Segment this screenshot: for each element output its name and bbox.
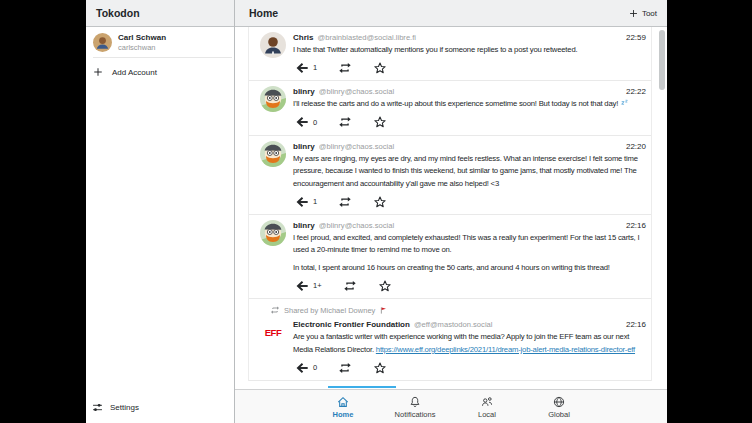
- boost-button[interactable]: [338, 195, 352, 209]
- boost-icon: [338, 195, 352, 209]
- star-icon: [373, 361, 387, 375]
- sidebar-header: Tokodon: [86, 0, 234, 27]
- toot-list: Chris@brainblasted@social.libre.fi22:59I…: [248, 27, 652, 381]
- nav-item-global[interactable]: Global: [536, 395, 582, 419]
- author-handle[interactable]: @brainblasted@social.libre.fi: [317, 32, 622, 43]
- boost-icon: [338, 61, 352, 75]
- author-handle[interactable]: @blinry@chaos.social: [319, 141, 622, 152]
- add-account-button[interactable]: Add Account: [86, 58, 234, 86]
- reply-arrow-icon: [295, 115, 309, 129]
- reply-button[interactable]: 0: [295, 115, 317, 129]
- toot-content: I'll release the carts and do a write-up…: [293, 98, 646, 110]
- home-icon: [336, 395, 350, 409]
- loading-indicator: [328, 386, 396, 388]
- author-avatar[interactable]: [260, 32, 286, 58]
- favourite-button[interactable]: [373, 361, 387, 375]
- shared-by-label: Shared by Michael Downey: [284, 306, 375, 315]
- timestamp: 22:16: [626, 220, 646, 231]
- bell-icon: [408, 395, 422, 409]
- author-name[interactable]: blinry: [293, 86, 315, 97]
- boost-icon: [338, 361, 352, 375]
- reply-button[interactable]: 1: [295, 61, 317, 75]
- nav-item-local[interactable]: Local: [464, 395, 510, 419]
- reply-count: 1+: [313, 281, 322, 290]
- reply-button[interactable]: 1: [295, 195, 317, 209]
- boost-icon: [338, 115, 352, 129]
- timestamp: 22:22: [626, 86, 646, 97]
- timestamp: 22:59: [626, 32, 646, 43]
- sliders-icon: [91, 401, 104, 414]
- settings-label: Settings: [110, 403, 139, 412]
- toot[interactable]: blinry@blinry@chaos.social22:20My ears a…: [249, 136, 651, 215]
- boost-icon: [343, 279, 357, 293]
- toot-button-label: Toot: [642, 9, 657, 18]
- red-flag-emoji: [379, 306, 388, 315]
- tokodon-window: Tokodon Carl Schwan carlschwan Add Accou…: [86, 0, 667, 423]
- timeline[interactable]: Chris@brainblasted@social.libre.fi22:59I…: [235, 27, 667, 389]
- toot-button[interactable]: Toot: [628, 8, 657, 19]
- star-icon: [373, 195, 387, 209]
- reply-button[interactable]: 0: [295, 361, 317, 375]
- settings-button[interactable]: Settings: [86, 395, 234, 423]
- boost-button[interactable]: [338, 61, 352, 75]
- account-row[interactable]: Carl Schwan carlschwan: [86, 27, 234, 57]
- boost-button[interactable]: [338, 115, 352, 129]
- author-handle[interactable]: @blinry@chaos.social: [319, 86, 622, 97]
- toot-content: Are you a fantastic writer with experien…: [293, 331, 646, 356]
- bottom-nav: HomeNotificationsLocalGlobal: [235, 389, 667, 423]
- toot[interactable]: blinry@blinry@chaos.social22:16I feel pr…: [249, 215, 651, 299]
- star-icon: [373, 115, 387, 129]
- author-avatar[interactable]: [260, 86, 286, 112]
- toot[interactable]: blinry@blinry@chaos.social22:22I'll rele…: [249, 81, 651, 135]
- reply-count: 1: [313, 63, 317, 72]
- boost-button[interactable]: [338, 361, 352, 375]
- star-icon: [378, 279, 392, 293]
- main-pane: Home Toot Chris@brainblasted@social.libr…: [235, 0, 667, 423]
- author-avatar[interactable]: [260, 141, 286, 167]
- people-icon: [480, 395, 494, 409]
- reply-count: 0: [313, 363, 317, 372]
- account-handle: carlschwan: [118, 43, 166, 52]
- author-name[interactable]: blinry: [293, 220, 315, 231]
- favourite-button[interactable]: [373, 115, 387, 129]
- plus-icon: [92, 66, 104, 78]
- nav-item-notifications[interactable]: Notifications: [392, 395, 438, 419]
- account-name: Carl Schwan: [118, 33, 166, 42]
- favourite-button[interactable]: [373, 61, 387, 75]
- toot[interactable]: Shared by Michael DowneyEFFElectronic Fr…: [249, 299, 651, 381]
- author-name[interactable]: blinry: [293, 141, 315, 152]
- author-avatar[interactable]: EFF: [260, 319, 286, 345]
- reply-arrow-icon: [295, 361, 309, 375]
- star-icon: [373, 61, 387, 75]
- reply-count: 1: [313, 197, 317, 206]
- author-name[interactable]: Chris: [293, 32, 313, 43]
- timestamp: 22:16: [626, 319, 646, 330]
- nav-label: Home: [333, 410, 354, 419]
- nav-label: Local: [478, 410, 496, 419]
- toot-content: My ears are ringing, my eyes are dry, an…: [293, 153, 646, 190]
- svg-text:EFF: EFF: [265, 327, 282, 338]
- sleep-zzz-emoji: [620, 99, 629, 108]
- author-name[interactable]: Electronic Frontier Foundation: [293, 319, 410, 330]
- account-avatar[interactable]: [93, 33, 112, 52]
- reply-arrow-icon: [295, 195, 309, 209]
- boost-icon: [270, 305, 280, 315]
- favourite-button[interactable]: [378, 279, 392, 293]
- plus-icon: [628, 8, 639, 19]
- boost-button[interactable]: [343, 279, 357, 293]
- shared-by-row: Shared by Michael Downey: [270, 305, 646, 315]
- author-handle[interactable]: @blinry@chaos.social: [319, 220, 622, 231]
- toot-content: I feel proud, and excited, and completel…: [293, 232, 646, 274]
- vertical-scrollbar[interactable]: [659, 30, 665, 90]
- post-link[interactable]: https://www.eff.org/deeplinks/2021/11/dr…: [376, 345, 635, 354]
- nav-item-home[interactable]: Home: [320, 395, 366, 419]
- toot[interactable]: Chris@brainblasted@social.libre.fi22:59I…: [249, 27, 651, 81]
- globe-icon: [552, 395, 566, 409]
- timestamp: 22:20: [626, 141, 646, 152]
- author-avatar[interactable]: [260, 220, 286, 246]
- favourite-button[interactable]: [373, 195, 387, 209]
- reply-arrow-icon: [295, 279, 309, 293]
- reply-button[interactable]: 1+: [295, 279, 322, 293]
- toot-content: I hate that Twitter automatically mentio…: [293, 44, 646, 56]
- author-handle[interactable]: @eff@mastodon.social: [414, 319, 622, 330]
